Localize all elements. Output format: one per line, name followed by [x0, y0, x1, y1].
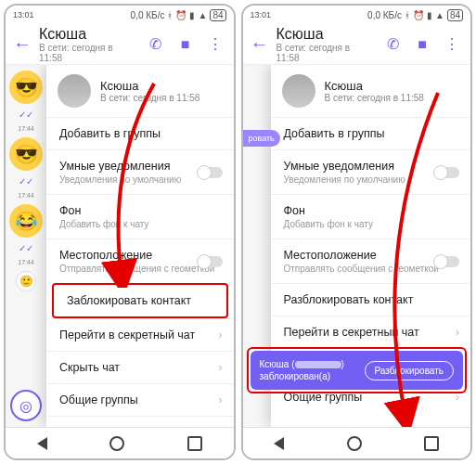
contact-status: В сети: сегодня в 11:58: [277, 43, 375, 63]
toast-unblock-button[interactable]: Разблокировать: [365, 361, 454, 380]
nav-home[interactable]: [347, 436, 362, 451]
compose-button[interactable]: ◎: [10, 390, 42, 421]
call-icon[interactable]: ✆: [145, 35, 167, 53]
blocked-toast: Ксюша () заблокирован(а) Разблокировать: [251, 351, 464, 390]
bluetooth-icon: ᚼ: [405, 10, 410, 20]
toggle[interactable]: [435, 256, 459, 267]
profile-row[interactable]: Ксюша В сети: сегодня в 11:58: [271, 65, 471, 117]
item-delete-chat[interactable]: Удалить чат: [46, 416, 234, 427]
nav-home[interactable]: [109, 436, 124, 451]
chat-header: ← Ксюша В сети: сегодня в 11:58 ✆ ■ ⋮: [6, 24, 234, 65]
panel-status: В сети: сегодня в 11:58: [100, 93, 199, 103]
sticker-sent: 🙂: [16, 271, 36, 291]
contact-panel: Ксюша В сети: сегодня в 11:58 Добавить в…: [46, 65, 234, 427]
chevron-right-icon: ›: [219, 361, 223, 374]
wifi-icon: ▲: [435, 10, 444, 20]
toast-text: Ксюша () заблокирован(а): [260, 358, 344, 382]
panel-status: В сети: сегодня в 11:58: [325, 93, 424, 103]
contact-name: Ксюша: [39, 26, 137, 43]
video-icon[interactable]: ■: [174, 36, 197, 53]
item-hide-chat[interactable]: Скрыть чат›: [46, 351, 234, 383]
battery-icon: 84: [447, 9, 463, 21]
phone-right: 13:01 0,0 КБ/с ᚼ ⏰ ▮ ▲ 84 ← Ксюша В сети…: [241, 4, 473, 460]
chevron-right-icon: ›: [456, 326, 459, 339]
chevron-right-icon: ›: [219, 393, 223, 406]
item-location[interactable]: Местоположение Отправлять сообщения с ге…: [271, 238, 471, 283]
nav-recent[interactable]: [187, 436, 202, 451]
item-block-contact[interactable]: Заблокировать контакт: [52, 283, 228, 318]
bluetooth-icon: ᚼ: [167, 10, 173, 20]
android-navbar: [243, 427, 471, 458]
item-smart-notif[interactable]: Умные уведомления Уведомления по умолчан…: [46, 149, 234, 194]
video-icon[interactable]: ■: [411, 36, 433, 53]
redacted-number: [295, 361, 341, 368]
chat-header: ← Ксюша В сети: сегодня в 11:58 ✆ ■ ⋮: [243, 24, 471, 65]
avatar: [282, 74, 315, 108]
signal-icon: ▮: [189, 10, 195, 20]
chat-strip: 😎 ✓✓ 17:44 😎 ✓✓ 17:44 😂 ✓✓ 17:44 🙂 ◎: [6, 65, 46, 427]
signal-icon: ▮: [427, 10, 432, 20]
msg-time: 17:44: [18, 192, 34, 199]
android-navbar: [6, 427, 234, 458]
panel-name: Ксюша: [100, 79, 199, 93]
item-location[interactable]: Местоположение Отправлять сообщения с ге…: [46, 238, 234, 283]
nav-back[interactable]: [37, 437, 47, 450]
status-time: 13:01: [251, 10, 272, 19]
item-add-groups[interactable]: Добавить в группы: [46, 117, 234, 149]
item-unblock-contact[interactable]: Разблокировать контакт: [271, 283, 471, 316]
toggle[interactable]: [199, 167, 223, 178]
toggle[interactable]: [199, 256, 223, 267]
alarm-icon: ⏰: [413, 10, 424, 20]
msg-time: 17:44: [18, 259, 34, 265]
status-net: 0,0 КБ/с: [131, 10, 165, 20]
profile-row[interactable]: Ксюша В сети: сегодня в 11:58: [46, 65, 234, 117]
sticker: 😎: [9, 137, 43, 171]
annotation-highlight: Ксюша () заблокирован(а) Разблокировать: [247, 347, 468, 393]
status-time: 13:01: [13, 10, 34, 19]
sticker: 😎: [9, 71, 43, 104]
back-icon[interactable]: ←: [13, 33, 32, 55]
item-background[interactable]: Фон Добавить фон к чату: [46, 194, 234, 238]
status-bar: 13:01 0,0 КБ/с ᚼ ⏰ ▮ ▲ 84: [6, 6, 234, 24]
item-shared-groups[interactable]: Общие группы›: [46, 383, 234, 416]
check-icon: ✓✓: [19, 110, 33, 120]
item-secret-chat[interactable]: Перейти в секретный чат›: [46, 318, 234, 351]
contact-name: Ксюша: [277, 26, 375, 43]
nav-recent[interactable]: [424, 436, 439, 451]
wifi-icon: ▲: [198, 10, 207, 20]
phone-left: 13:01 0,0 КБ/с ᚼ ⏰ ▮ ▲ 84 ← Ксюша В сети…: [4, 4, 236, 460]
msg-time: 17:44: [18, 125, 34, 132]
header-title[interactable]: Ксюша В сети: сегодня в 11:58: [277, 26, 375, 63]
item-background[interactable]: Фон Добавить фон к чату: [271, 194, 471, 238]
status-bar: 13:01 0,0 КБ/с ᚼ ⏰ ▮ ▲ 84: [243, 6, 471, 24]
call-icon[interactable]: ✆: [381, 35, 404, 53]
status-net: 0,0 КБ/с: [367, 10, 402, 20]
back-icon[interactable]: ←: [251, 33, 269, 55]
more-icon[interactable]: ⋮: [204, 35, 226, 53]
header-title[interactable]: Ксюша В сети: сегодня в 11:58: [39, 26, 137, 63]
check-icon: ✓✓: [19, 243, 33, 253]
chevron-right-icon: ›: [219, 329, 223, 342]
item-smart-notif[interactable]: Умные уведомления Уведомления по умолчан…: [271, 149, 471, 194]
toggle[interactable]: [435, 167, 459, 178]
sticker: 😂: [9, 204, 43, 238]
panel-name: Ксюша: [325, 79, 424, 93]
nav-back[interactable]: [274, 437, 284, 450]
battery-icon: 84: [210, 9, 225, 21]
alarm-icon: ⏰: [175, 10, 187, 20]
avatar: [58, 74, 91, 108]
item-secret-chat[interactable]: Перейти в секретный чат›: [271, 316, 471, 348]
more-icon[interactable]: ⋮: [441, 35, 463, 53]
item-add-groups[interactable]: Добавить в группы: [271, 117, 471, 149]
contact-status: В сети: сегодня в 11:58: [39, 43, 137, 63]
check-icon: ✓✓: [19, 176, 33, 187]
